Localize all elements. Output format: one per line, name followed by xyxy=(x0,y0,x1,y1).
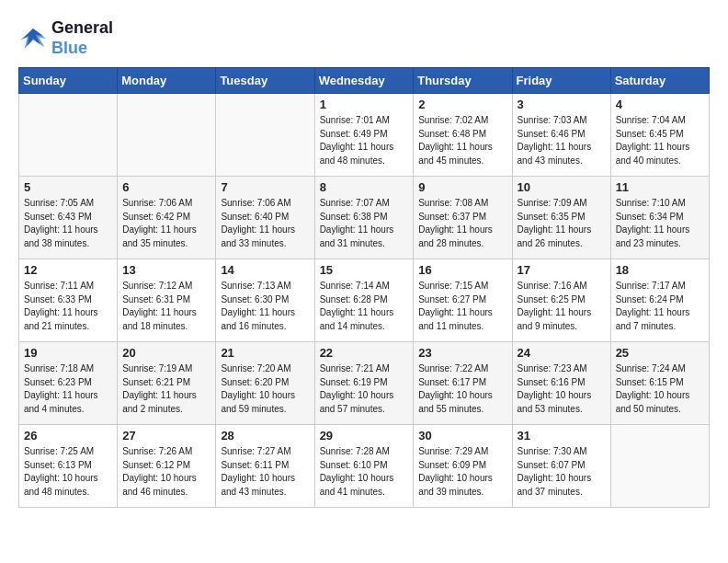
day-number: 20 xyxy=(122,346,210,360)
day-info: Sunrise: 7:09 AM Sunset: 6:35 PM Dayligh… xyxy=(518,197,606,250)
calendar-cell: 28Sunrise: 7:27 AM Sunset: 6:11 PM Dayli… xyxy=(216,425,314,508)
day-info: Sunrise: 7:06 AM Sunset: 6:40 PM Dayligh… xyxy=(221,197,309,250)
day-number: 26 xyxy=(24,429,112,442)
day-number: 30 xyxy=(418,429,506,442)
day-info: Sunrise: 7:07 AM Sunset: 6:38 PM Dayligh… xyxy=(320,197,409,250)
day-number: 12 xyxy=(24,263,112,277)
calendar-cell: 15Sunrise: 7:14 AM Sunset: 6:28 PM Dayli… xyxy=(314,259,414,342)
calendar-cell xyxy=(19,94,118,177)
day-number: 3 xyxy=(518,98,606,111)
day-number: 27 xyxy=(122,429,210,442)
weekday-header-saturday: Saturday xyxy=(610,68,709,94)
day-info: Sunrise: 7:30 AM Sunset: 6:07 PM Dayligh… xyxy=(518,445,606,499)
day-number: 17 xyxy=(518,263,606,277)
calendar-cell: 4Sunrise: 7:04 AM Sunset: 6:45 PM Daylig… xyxy=(610,94,709,177)
day-number: 1 xyxy=(320,98,409,111)
day-number: 22 xyxy=(320,346,409,360)
week-row-5: 26Sunrise: 7:25 AM Sunset: 6:13 PM Dayli… xyxy=(19,425,710,508)
day-number: 10 xyxy=(518,180,606,194)
calendar-cell: 24Sunrise: 7:23 AM Sunset: 6:16 PM Dayli… xyxy=(512,342,610,425)
day-info: Sunrise: 7:11 AM Sunset: 6:33 PM Dayligh… xyxy=(24,280,112,333)
calendar-cell: 1Sunrise: 7:01 AM Sunset: 6:49 PM Daylig… xyxy=(314,94,414,177)
calendar-cell: 13Sunrise: 7:12 AM Sunset: 6:31 PM Dayli… xyxy=(118,259,216,342)
calendar-cell: 22Sunrise: 7:21 AM Sunset: 6:19 PM Dayli… xyxy=(314,342,414,425)
day-info: Sunrise: 7:06 AM Sunset: 6:42 PM Dayligh… xyxy=(122,197,210,250)
day-info: Sunrise: 7:26 AM Sunset: 6:12 PM Dayligh… xyxy=(122,445,210,499)
day-number: 25 xyxy=(616,346,704,360)
day-info: Sunrise: 7:16 AM Sunset: 6:25 PM Dayligh… xyxy=(518,280,606,333)
calendar-cell: 6Sunrise: 7:06 AM Sunset: 6:42 PM Daylig… xyxy=(118,177,216,259)
day-info: Sunrise: 7:12 AM Sunset: 6:31 PM Dayligh… xyxy=(122,280,210,333)
calendar: SundayMondayTuesdayWednesdayThursdayFrid… xyxy=(18,67,710,508)
day-info: Sunrise: 7:23 AM Sunset: 6:16 PM Dayligh… xyxy=(518,362,606,416)
day-number: 2 xyxy=(418,98,506,111)
day-info: Sunrise: 7:18 AM Sunset: 6:23 PM Dayligh… xyxy=(24,362,112,416)
week-row-1: 1Sunrise: 7:01 AM Sunset: 6:49 PM Daylig… xyxy=(19,94,710,177)
weekday-header-sunday: Sunday xyxy=(19,68,118,94)
day-number: 15 xyxy=(320,263,409,277)
calendar-cell: 17Sunrise: 7:16 AM Sunset: 6:25 PM Dayli… xyxy=(512,259,610,342)
day-info: Sunrise: 7:20 AM Sunset: 6:20 PM Dayligh… xyxy=(221,362,309,416)
day-info: Sunrise: 7:01 AM Sunset: 6:49 PM Dayligh… xyxy=(320,114,409,167)
day-info: Sunrise: 7:05 AM Sunset: 6:43 PM Dayligh… xyxy=(24,197,112,250)
day-info: Sunrise: 7:25 AM Sunset: 6:13 PM Dayligh… xyxy=(24,445,112,499)
calendar-cell xyxy=(118,94,216,177)
calendar-cell: 21Sunrise: 7:20 AM Sunset: 6:20 PM Dayli… xyxy=(216,342,314,425)
weekday-header-row: SundayMondayTuesdayWednesdayThursdayFrid… xyxy=(19,68,710,94)
day-info: Sunrise: 7:03 AM Sunset: 6:46 PM Dayligh… xyxy=(518,114,606,167)
logo-line1: General xyxy=(51,18,113,39)
calendar-cell: 27Sunrise: 7:26 AM Sunset: 6:12 PM Dayli… xyxy=(118,425,216,508)
calendar-cell: 29Sunrise: 7:28 AM Sunset: 6:10 PM Dayli… xyxy=(314,425,414,508)
weekday-header-wednesday: Wednesday xyxy=(314,68,414,94)
day-number: 21 xyxy=(221,346,309,360)
day-info: Sunrise: 7:27 AM Sunset: 6:11 PM Dayligh… xyxy=(221,445,309,499)
day-number: 9 xyxy=(418,180,506,194)
week-row-4: 19Sunrise: 7:18 AM Sunset: 6:23 PM Dayli… xyxy=(19,342,710,425)
calendar-cell: 12Sunrise: 7:11 AM Sunset: 6:33 PM Dayli… xyxy=(19,259,118,342)
calendar-cell: 31Sunrise: 7:30 AM Sunset: 6:07 PM Dayli… xyxy=(512,425,610,508)
calendar-cell: 20Sunrise: 7:19 AM Sunset: 6:21 PM Dayli… xyxy=(118,342,216,425)
logo-line2: Blue xyxy=(51,39,87,57)
day-info: Sunrise: 7:10 AM Sunset: 6:34 PM Dayligh… xyxy=(616,197,704,250)
day-info: Sunrise: 7:14 AM Sunset: 6:28 PM Dayligh… xyxy=(320,280,409,333)
week-row-3: 12Sunrise: 7:11 AM Sunset: 6:33 PM Dayli… xyxy=(19,259,710,342)
calendar-cell: 23Sunrise: 7:22 AM Sunset: 6:17 PM Dayli… xyxy=(414,342,512,425)
day-info: Sunrise: 7:22 AM Sunset: 6:17 PM Dayligh… xyxy=(418,362,506,416)
day-number: 23 xyxy=(418,346,506,360)
day-number: 8 xyxy=(320,180,409,194)
day-info: Sunrise: 7:24 AM Sunset: 6:15 PM Dayligh… xyxy=(616,362,704,416)
week-row-2: 5Sunrise: 7:05 AM Sunset: 6:43 PM Daylig… xyxy=(19,177,710,259)
calendar-cell: 26Sunrise: 7:25 AM Sunset: 6:13 PM Dayli… xyxy=(19,425,118,508)
calendar-cell: 10Sunrise: 7:09 AM Sunset: 6:35 PM Dayli… xyxy=(512,177,610,259)
day-number: 4 xyxy=(616,98,704,111)
calendar-cell: 25Sunrise: 7:24 AM Sunset: 6:15 PM Dayli… xyxy=(610,342,709,425)
day-info: Sunrise: 7:21 AM Sunset: 6:19 PM Dayligh… xyxy=(320,362,409,416)
day-info: Sunrise: 7:08 AM Sunset: 6:37 PM Dayligh… xyxy=(418,197,506,250)
calendar-cell: 19Sunrise: 7:18 AM Sunset: 6:23 PM Dayli… xyxy=(19,342,118,425)
day-info: Sunrise: 7:19 AM Sunset: 6:21 PM Dayligh… xyxy=(122,362,210,416)
day-info: Sunrise: 7:17 AM Sunset: 6:24 PM Dayligh… xyxy=(616,280,704,333)
calendar-cell: 11Sunrise: 7:10 AM Sunset: 6:34 PM Dayli… xyxy=(610,177,709,259)
calendar-cell: 3Sunrise: 7:03 AM Sunset: 6:46 PM Daylig… xyxy=(512,94,610,177)
day-number: 19 xyxy=(24,346,112,360)
day-number: 31 xyxy=(518,429,606,442)
calendar-cell xyxy=(610,425,709,508)
weekday-header-monday: Monday xyxy=(118,68,216,94)
weekday-header-tuesday: Tuesday xyxy=(216,68,314,94)
calendar-cell: 16Sunrise: 7:15 AM Sunset: 6:27 PM Dayli… xyxy=(414,259,512,342)
day-info: Sunrise: 7:29 AM Sunset: 6:09 PM Dayligh… xyxy=(418,445,506,499)
day-info: Sunrise: 7:13 AM Sunset: 6:30 PM Dayligh… xyxy=(221,280,309,333)
calendar-cell xyxy=(216,94,314,177)
day-number: 28 xyxy=(221,429,309,442)
day-info: Sunrise: 7:15 AM Sunset: 6:27 PM Dayligh… xyxy=(418,280,506,333)
day-number: 11 xyxy=(616,180,704,194)
day-number: 5 xyxy=(24,180,112,194)
logo-bird-icon xyxy=(18,26,48,52)
calendar-cell: 9Sunrise: 7:08 AM Sunset: 6:37 PM Daylig… xyxy=(414,177,512,259)
header: General Blue xyxy=(18,18,710,58)
day-info: Sunrise: 7:28 AM Sunset: 6:10 PM Dayligh… xyxy=(320,445,409,499)
weekday-header-thursday: Thursday xyxy=(414,68,512,94)
day-number: 18 xyxy=(616,263,704,277)
weekday-header-friday: Friday xyxy=(512,68,610,94)
calendar-cell: 18Sunrise: 7:17 AM Sunset: 6:24 PM Dayli… xyxy=(610,259,709,342)
